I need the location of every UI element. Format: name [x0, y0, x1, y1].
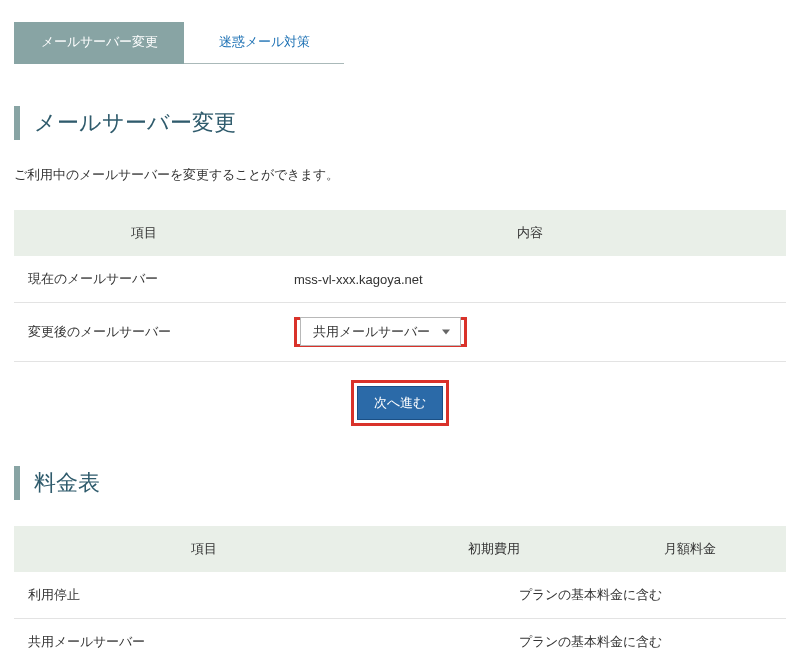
tab-bar: メールサーバー変更 迷惑メール対策 [14, 22, 344, 64]
description-text: ご利用中のメールサーバーを変更することができます。 [14, 166, 786, 184]
settings-header-item: 項目 [14, 210, 274, 256]
fee-row-merged: プランの基本料金に含む [394, 619, 786, 653]
tab-mail-server-change[interactable]: メールサーバー変更 [14, 22, 184, 64]
highlight-box-next: 次へ進む [351, 380, 449, 426]
fee-row-label: 利用停止 [14, 572, 394, 619]
table-row: 現在のメールサーバー mss-vl-xxx.kagoya.net [14, 256, 786, 303]
current-server-value: mss-vl-xxx.kagoya.net [274, 256, 786, 303]
button-row: 次へ進む [14, 380, 786, 426]
highlight-box-select: 共用メールサーバー [294, 317, 467, 347]
fees-header-monthly: 月額料金 [594, 526, 786, 572]
current-server-label: 現在のメールサーバー [14, 256, 274, 303]
tab-spam-settings[interactable]: 迷惑メール対策 [184, 22, 344, 63]
new-server-label: 変更後のメールサーバー [14, 303, 274, 362]
select-value: 共用メールサーバー [313, 324, 430, 339]
new-server-select[interactable]: 共用メールサーバー [300, 317, 461, 346]
next-button[interactable]: 次へ進む [357, 386, 443, 420]
heading-mail-server-change: メールサーバー変更 [14, 106, 786, 140]
table-row: 共用メールサーバー プランの基本料金に含む [14, 619, 786, 653]
fees-header-initcost: 初期費用 [394, 526, 594, 572]
fee-row-merged: プランの基本料金に含む [394, 572, 786, 619]
chevron-down-icon [442, 329, 450, 334]
settings-header-content: 内容 [274, 210, 786, 256]
table-row: 変更後のメールサーバー 共用メールサーバー [14, 303, 786, 362]
fees-table: 項目 初期費用 月額料金 利用停止 プランの基本料金に含む 共用メールサーバー … [14, 526, 786, 652]
fees-header-item: 項目 [14, 526, 394, 572]
fee-row-label: 共用メールサーバー [14, 619, 394, 653]
table-row: 利用停止 プランの基本料金に含む [14, 572, 786, 619]
heading-fee-table: 料金表 [14, 466, 786, 500]
settings-table: 項目 内容 現在のメールサーバー mss-vl-xxx.kagoya.net 変… [14, 210, 786, 362]
